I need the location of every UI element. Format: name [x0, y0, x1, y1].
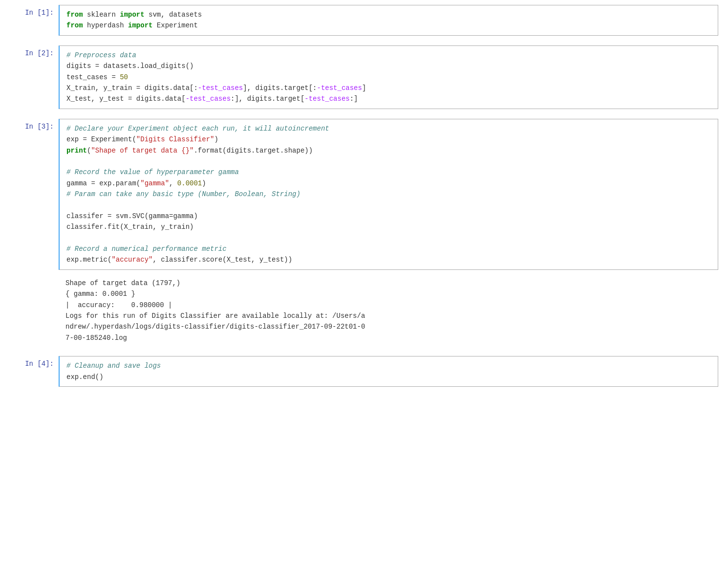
- code-line-3-7: [66, 200, 711, 210]
- code-line-3-1: exp = Experiment("Digits Classifier"): [66, 134, 711, 145]
- code-line-2-1: digits = datasets.load_digits(): [66, 61, 711, 71]
- code-part: # Record a numerical performance metric: [66, 245, 227, 253]
- code-line-1-1: from hyperdash import Experiment: [66, 20, 711, 31]
- code-line-3-0: # Declare your Experiment object each ru…: [66, 123, 711, 134]
- code-part: Experiment: [152, 22, 197, 29]
- code-line-4-0: # Cleanup and save logs: [66, 360, 711, 371]
- code-line-3-8: classifer = svm.SVC(gamma=gamma): [66, 211, 711, 222]
- code-part: "Shape of target data {}": [91, 147, 193, 155]
- code-part: 0.0001: [177, 179, 202, 187]
- code-part: X_train, y_train = digits.data[:: [66, 84, 198, 92]
- code-line-3-4: # Record the value of hyperparameter gam…: [66, 167, 711, 178]
- code-line-3-10: [66, 233, 711, 244]
- code-part: "accuracy": [111, 256, 152, 264]
- output-line-3-4: ndrew/.hyperdash/logs/digits-classifier/…: [65, 321, 711, 332]
- cell-row-4: In [4]:# Cleanup and save logsexp.end(): [10, 356, 718, 387]
- code-part: "gamma": [140, 179, 169, 187]
- code-part: ): [202, 179, 206, 187]
- code-line-3-9: classifer.fit(X_train, y_train): [66, 222, 711, 232]
- code-part: test_cases =: [66, 73, 120, 81]
- cell-wrapper-1: In [1]:from sklearn import svm, datasets…: [10, 5, 718, 36]
- code-part: exp.end(): [66, 373, 104, 381]
- code-part: classifer.fit(X_train, y_train): [66, 223, 193, 231]
- code-part: print: [66, 147, 87, 155]
- code-part: # Param can take any basic type (Number,…: [66, 190, 300, 198]
- output-line-3-3: Logs for this run of Digits Classifier a…: [65, 311, 711, 321]
- output-row-3: Shape of target data (1797,){ gamma: 0.0…: [10, 275, 718, 346]
- code-part: .format(digits.target.shape)): [193, 147, 313, 155]
- code-line-2-3: X_train, y_train = digits.data[:-test_ca…: [66, 83, 711, 93]
- code-part: # Preprocess data: [66, 51, 136, 59]
- cell-wrapper-2: In [2]:# Preprocess datadigits = dataset…: [10, 45, 718, 109]
- code-part: -test_cases: [198, 84, 243, 92]
- code-line-2-2: test_cases = 50: [66, 72, 711, 83]
- code-line-3-3: [66, 156, 711, 167]
- code-part: sklearn: [83, 11, 120, 19]
- code-part: -test_cases: [317, 84, 362, 92]
- code-part: ): [214, 135, 218, 143]
- notebook: In [1]:from sklearn import svm, datasets…: [0, 5, 728, 387]
- cell-wrapper-3: In [3]:# Declare your Experiment object …: [10, 119, 718, 346]
- code-box-3[interactable]: # Declare your Experiment object each ru…: [59, 119, 718, 270]
- code-part: hyperdash: [83, 22, 128, 29]
- code-line-3-11: # Record a numerical performance metric: [66, 244, 711, 254]
- code-part: exp = Experiment(: [66, 135, 136, 143]
- code-part: gamma = exp.param(: [66, 179, 140, 187]
- code-line-3-12: exp.metric("accuracy", classifer.score(X…: [66, 254, 711, 265]
- code-line-3-5: gamma = exp.param("gamma", 0.0001): [66, 178, 711, 189]
- code-part: :], digits.target[: [231, 95, 304, 103]
- code-part: -test_cases: [304, 95, 349, 103]
- cell-row-3: In [3]:# Declare your Experiment object …: [10, 119, 718, 270]
- code-part: # Declare your Experiment object each ru…: [66, 125, 329, 133]
- code-box-2[interactable]: # Preprocess datadigits = datasets.load_…: [59, 45, 718, 109]
- code-part: :]: [350, 95, 358, 103]
- code-part: # Cleanup and save logs: [66, 362, 161, 370]
- code-part: exp.metric(: [66, 256, 111, 264]
- code-part: # Record the value of hyperparameter gam…: [66, 168, 239, 176]
- code-part: import: [120, 11, 144, 19]
- cell-row-1: In [1]:from sklearn import svm, datasets…: [10, 5, 718, 36]
- code-part: from: [66, 11, 83, 19]
- code-box-1[interactable]: from sklearn import svm, datasetsfrom hy…: [59, 5, 718, 36]
- code-part: 50: [120, 73, 128, 81]
- cell-row-2: In [2]:# Preprocess datadigits = dataset…: [10, 45, 718, 109]
- code-line-3-2: print("Shape of target data {}".format(d…: [66, 145, 711, 156]
- code-part: ,: [169, 179, 177, 187]
- code-part: ]: [362, 84, 366, 92]
- output-line-3-2: | accuracy: 0.980000 |: [65, 300, 711, 311]
- output-line-3-5: 7-00-185240.log: [65, 333, 711, 343]
- output-line-3-1: { gamma: 0.0001 }: [65, 289, 711, 299]
- output-label-space-3: [10, 275, 59, 346]
- code-part: from: [66, 22, 83, 29]
- code-box-4[interactable]: # Cleanup and save logsexp.end(): [59, 356, 718, 387]
- code-line-2-4: X_test, y_test = digits.data[-test_cases…: [66, 93, 711, 104]
- cell-label-1: In [1]:: [10, 5, 59, 36]
- code-part: X_test, y_test = digits.data[: [66, 95, 186, 103]
- code-part: digits = datasets.load_digits(): [66, 62, 193, 70]
- code-part: "Digits Classifier": [136, 135, 214, 143]
- code-part: import: [128, 22, 152, 29]
- code-part: , classifer.score(X_test, y_test)): [152, 256, 292, 264]
- code-line-4-1: exp.end(): [66, 372, 711, 382]
- cell-label-2: In [2]:: [10, 45, 59, 109]
- output-line-3-0: Shape of target data (1797,): [65, 278, 711, 289]
- cell-label-4: In [4]:: [10, 356, 59, 387]
- code-part: ], digits.target[:: [243, 84, 317, 92]
- code-part: classifer = svm.SVC(gamma=gamma): [66, 212, 198, 220]
- code-line-1-0: from sklearn import svm, datasets: [66, 9, 711, 20]
- code-part: svm, datasets: [145, 11, 202, 19]
- code-part: -test_cases: [186, 95, 231, 103]
- code-line-2-0: # Preprocess data: [66, 50, 711, 61]
- output-box-3: Shape of target data (1797,){ gamma: 0.0…: [59, 275, 718, 346]
- cell-label-3: In [3]:: [10, 119, 59, 270]
- code-line-3-6: # Param can take any basic type (Number,…: [66, 189, 711, 200]
- cell-wrapper-4: In [4]:# Cleanup and save logsexp.end(): [10, 356, 718, 387]
